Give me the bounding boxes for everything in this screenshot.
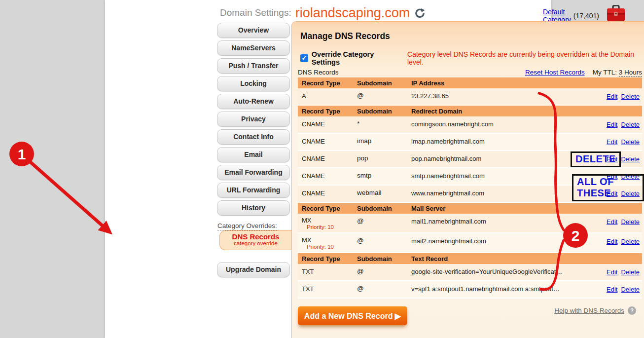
override-settings-row: ✓ Override Category Settings Category le… — [300, 50, 644, 66]
sidebar-item-upgrade-domain[interactable]: Upgrade Domain — [217, 262, 290, 277]
table-row: A@23.227.38.65EditDelete — [298, 88, 642, 106]
record-type: MX — [302, 217, 312, 224]
help-row: Help with DNS Records ? — [554, 306, 636, 315]
ttl-label: My TTL: 3 Hours — [593, 69, 642, 76]
table-row: CNAME*comingsoon.namebright.comEditDelet… — [298, 116, 642, 134]
delete-link[interactable]: Delete — [621, 238, 640, 245]
edit-link[interactable]: Edit — [607, 121, 617, 128]
table-label-row: DNS Records Reset Host Records My TTL: 3… — [298, 69, 642, 76]
ttl-value[interactable]: 3 Hours — [619, 69, 642, 77]
sidebar-item-auto-renew[interactable]: Auto-Renew — [217, 94, 290, 109]
question-mark-icon[interactable]: ? — [628, 306, 636, 315]
delete-link[interactable]: Delete — [621, 218, 640, 225]
column-header: Redirect Domain — [411, 108, 462, 115]
sidebar-item-email-forwarding[interactable]: Email Forwarding — [217, 165, 290, 180]
table-row: TXT@google-site-verification=YourUniqueG… — [298, 264, 642, 281]
delete-link[interactable]: Delete — [621, 155, 640, 163]
table-row: CNAMEimapimap.namebrightmail.comEditDele… — [298, 134, 642, 151]
edit-link[interactable]: Edit — [607, 138, 617, 146]
delete-link[interactable]: Delete — [621, 286, 640, 293]
sidebar-item-locking[interactable]: Locking — [217, 76, 290, 91]
sidebar-item-dns-records[interactable]: DNS Records category override — [219, 230, 291, 250]
record-type: A — [302, 92, 306, 100]
annotation-arrow-1 — [30, 161, 109, 232]
reset-host-records-link[interactable]: Reset Host Records — [525, 69, 585, 76]
row-actions: EditDelete — [603, 121, 640, 128]
row-actions: EditDelete — [603, 268, 640, 276]
record-value: google-site-verification=YourUniqueGoogl… — [411, 268, 562, 275]
sidebar-item-email[interactable]: Email — [217, 147, 290, 162]
sidebar-item-history[interactable]: History — [217, 200, 290, 216]
delete-link[interactable]: Delete — [621, 138, 640, 146]
category-count: (17,401) — [573, 12, 599, 20]
record-type: CNAME — [302, 172, 325, 180]
add-dns-record-button[interactable]: Add a New DNS Record ▶ — [298, 306, 407, 325]
table-section-header: Record TypeSubdomainRedirect Domain — [298, 106, 642, 116]
column-header: Record Type — [302, 205, 357, 212]
category-override-sublabel: category override — [220, 240, 291, 246]
record-type: TXT — [302, 268, 314, 275]
record-type: MX — [302, 236, 312, 244]
override-category-checkbox[interactable]: ✓ — [300, 54, 308, 62]
record-subdomain: imap — [357, 137, 371, 145]
table-row: MXPriority: 10@mail2.namebrightmail.comE… — [298, 233, 642, 253]
sidebar-item-nameservers[interactable]: NameServers — [217, 40, 290, 56]
column-header: Subdomain — [357, 79, 411, 87]
edit-link[interactable]: Edit — [607, 238, 617, 245]
delete-link[interactable]: Delete — [621, 268, 640, 276]
row-actions: EditDelete — [603, 93, 640, 100]
row-actions: EditDelete — [603, 238, 640, 245]
panel-title: Manage DNS Records — [300, 31, 390, 41]
dns-records-label: DNS Records — [220, 232, 291, 241]
edit-link[interactable]: Edit — [607, 93, 617, 100]
sidebar-item-push-transfer[interactable]: Push / Transfer — [217, 58, 290, 74]
record-subdomain: @ — [357, 285, 364, 292]
table-row: TXT@v=spf1 a:smtpout1.namebrightmail.com… — [298, 281, 642, 299]
screenshot-stage: Domain Settings: riolandscaping.com Defa… — [0, 0, 644, 338]
record-priority: Priority: 10 — [307, 224, 334, 230]
column-header: Text Record — [411, 255, 448, 263]
record-subdomain: @ — [357, 92, 364, 99]
record-value: pop.namebrightmail.com — [411, 155, 481, 162]
override-checkbox-label: Override Category Settings — [312, 50, 403, 66]
record-value: imap.namebrightmail.com — [411, 138, 485, 145]
table-section-header: Record TypeSubdomainMail Server — [298, 203, 642, 214]
record-subdomain: webmail — [357, 189, 382, 196]
record-type: CNAME — [302, 189, 325, 197]
delete-link[interactable]: Delete — [621, 93, 640, 100]
table-section-header: Record TypeSubdomainIP Address — [298, 77, 642, 88]
column-header: Record Type — [302, 255, 357, 263]
delete-link[interactable]: Delete — [621, 121, 640, 128]
column-header: Subdomain — [357, 108, 411, 115]
record-priority: Priority: 10 — [307, 244, 334, 250]
ttl-prefix: My TTL: — [593, 69, 617, 76]
record-value: smtp.namebrightmail.com — [411, 172, 485, 180]
record-type: CNAME — [302, 120, 325, 128]
record-value: mail2.namebrightmail.com — [411, 237, 486, 245]
record-type: TXT — [302, 285, 314, 293]
record-subdomain: @ — [357, 237, 364, 244]
edit-link[interactable]: Edit — [607, 286, 617, 293]
record-value: www.namebrightmail.com — [411, 189, 484, 197]
override-warning-text: Category level DNS Records are currently… — [407, 50, 644, 66]
annotation-step-1: 1 — [18, 146, 26, 162]
record-type: CNAME — [302, 138, 325, 145]
category-overrides-label: Category Overrides: — [217, 222, 277, 230]
sidebar-item-url-forwarding[interactable]: URL Forwarding — [217, 183, 290, 198]
column-header: Record Type — [302, 108, 357, 115]
column-header: Record Type — [302, 79, 357, 87]
refresh-icon[interactable] — [415, 8, 425, 18]
sidebar-item-overview[interactable]: Overview — [217, 23, 290, 38]
annotation-delete-label: DELETE — [571, 151, 621, 167]
column-header: Mail Server — [411, 205, 445, 212]
sidebar-item-contact-info[interactable]: Contact Info — [217, 129, 290, 145]
table-section-header: Record TypeSubdomainText Record — [298, 253, 642, 264]
dns-records-table-label: DNS Records — [298, 69, 339, 76]
sidebar-item-privacy[interactable]: Privacy — [217, 112, 290, 127]
edit-link[interactable]: Edit — [607, 218, 617, 225]
domain-name: riolandscaping.com — [295, 5, 410, 21]
record-subdomain: @ — [357, 267, 364, 275]
record-subdomain: smtp — [357, 172, 371, 179]
help-dns-records-link[interactable]: Help with DNS Records — [554, 307, 624, 314]
edit-link[interactable]: Edit — [607, 268, 617, 276]
